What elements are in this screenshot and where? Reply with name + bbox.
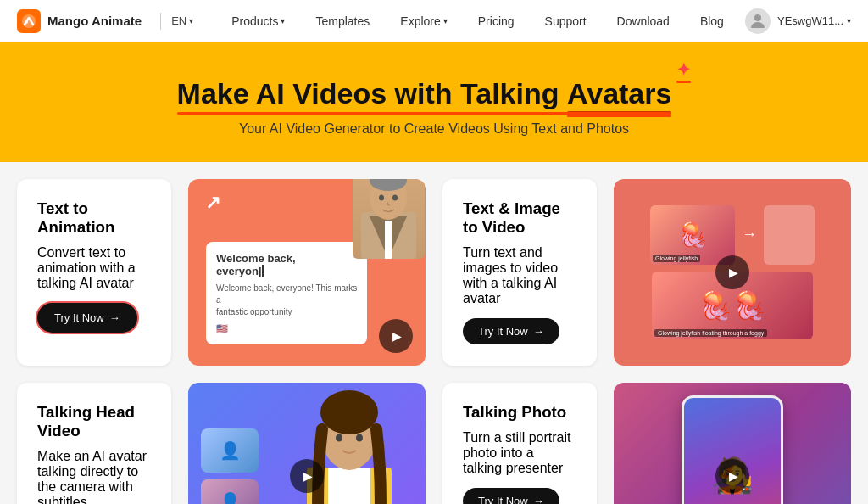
arrow-right-icon: → <box>533 325 544 338</box>
ta-flag: 🇺🇸 <box>216 323 357 334</box>
ta-card: Welcome back,everyon| Welcome back, ever… <box>206 242 367 344</box>
jelly-img-1: 🪼 Glowing jellyfish <box>650 205 735 265</box>
nav-links: Products ▾ Templates Explore ▾ Pricing S… <box>210 14 745 28</box>
card-desc: Convert text to animation with a talking… <box>37 245 151 291</box>
nav-right: YEswgW11... ▾ <box>745 8 851 34</box>
svg-point-6 <box>379 195 384 201</box>
hero-star-icon: ✦ <box>676 59 691 80</box>
arrow-icon: → <box>742 226 757 244</box>
th-thumb-1: 👤 <box>201 428 259 473</box>
lang-label: EN <box>171 14 186 27</box>
ta-content: Welcome back,everyon| Welcome back, ever… <box>206 225 408 344</box>
svg-point-7 <box>392 195 398 201</box>
card-title: Talking Photo <box>463 403 576 422</box>
chevron-down-icon: ▾ <box>443 16 448 25</box>
hero-section: Make AI Videos with Talking Avatars✦ You… <box>0 42 868 162</box>
jelly-placeholder <box>764 205 815 265</box>
try-it-now-button-ta[interactable]: Try It Now → <box>37 303 137 333</box>
username: YEswgW11... <box>777 14 843 27</box>
play-button-tp[interactable] <box>715 459 749 493</box>
play-button-itv[interactable] <box>715 255 749 289</box>
play-button-ta[interactable] <box>379 319 413 353</box>
language-selector[interactable]: EN ▾ <box>171 14 193 27</box>
card-media-itv: 🪼 Glowing jellyfish → 🪼🪼 Glowing jellyfi… <box>614 179 851 366</box>
card-text-to-animation: Text to Animation Convert text to animat… <box>17 179 171 366</box>
arrow-up-icon: ↗ <box>205 192 220 214</box>
jelly-label-1: Glowing jellyfish <box>653 255 700 262</box>
svg-point-1 <box>25 20 28 23</box>
cards-row-2: Talking Head Video Make an AI avatar tal… <box>17 383 851 504</box>
card-title: Text to Animation <box>37 199 151 237</box>
navbar: Mango Animate EN ▾ Products ▾ Templates … <box>0 0 868 42</box>
play-button-th[interactable] <box>290 459 324 493</box>
nav-products[interactable]: Products ▾ <box>216 14 300 28</box>
try-it-now-button-itv[interactable]: Try It Now → <box>463 318 559 344</box>
th-thumb-2: 👤 <box>201 479 259 504</box>
brand-name: Mango Animate <box>47 14 142 28</box>
chevron-down-icon: ▾ <box>281 16 285 25</box>
jelly-label-2: Glowing jellyfish floating through a fog… <box>654 329 767 337</box>
svg-point-0 <box>22 14 36 28</box>
nav-download[interactable]: Download <box>602 14 685 28</box>
card-title: Talking Head Video <box>37 403 151 440</box>
card-desc: Turn text and images to video with a tal… <box>463 245 576 306</box>
nav-pricing[interactable]: Pricing <box>463 14 530 28</box>
svg-point-2 <box>754 14 761 21</box>
svg-rect-9 <box>328 468 370 504</box>
card-text-image-to-video: Text & Image to Video Turn text and imag… <box>442 179 597 366</box>
svg-point-13 <box>356 434 363 441</box>
card-title: Text & Image to Video <box>463 199 576 237</box>
arrow-right-icon: → <box>533 495 544 504</box>
ta-avatar <box>353 179 425 260</box>
avatar <box>745 8 771 34</box>
card-media-tp: 🧑‍🎤 🧑‍🎤 <box>614 383 851 504</box>
card-desc: Turn a still portrait photo into a talki… <box>463 430 576 476</box>
cards-row-1: Text to Animation Convert text to animat… <box>17 179 851 366</box>
svg-point-11 <box>320 390 378 434</box>
svg-point-12 <box>336 434 342 441</box>
th-thumb-img-1: 👤 <box>201 428 259 473</box>
card-media-ta: ↗ Welcome back,everyon| Welcome back, ev… <box>188 179 426 366</box>
headline-text: Make AI Videos with Talking Avatars <box>177 76 672 111</box>
th-thumb-img-2: 👤 <box>201 479 259 504</box>
ta-welcome-text: Welcome back,everyon| <box>216 252 357 277</box>
th-thumbnails: 👤 👤 <box>201 428 259 504</box>
hero-headline: Make AI Videos with Talking Avatars✦ <box>17 76 851 111</box>
nav-support[interactable]: Support <box>530 14 602 28</box>
chevron-down-icon: ▾ <box>847 16 851 25</box>
ta-body-text: Welcome back, everyone! This marks afant… <box>216 283 357 318</box>
card-media-th: 👤 👤 <box>188 383 426 504</box>
chevron-down-icon: ▾ <box>189 16 193 25</box>
cards-section: Text to Animation Convert text to animat… <box>0 162 868 504</box>
hero-subheadline: Your AI Video Generator to Create Videos… <box>17 121 851 137</box>
brand-logo[interactable]: Mango Animate <box>17 9 142 33</box>
th-animation: 👤 👤 <box>188 383 426 504</box>
card-desc: Make an AI avatar talking directly to th… <box>37 449 151 504</box>
user-menu[interactable]: YEswgW11... ▾ <box>777 14 851 27</box>
card-talking-head: Talking Head Video Make an AI avatar tal… <box>17 383 171 504</box>
arrow-right-icon: → <box>109 311 120 324</box>
nav-blog[interactable]: Blog <box>685 14 739 28</box>
ta-animation: ↗ Welcome back,everyon| Welcome back, ev… <box>188 179 426 366</box>
nav-explore[interactable]: Explore ▾ <box>385 14 462 28</box>
logo-icon <box>17 9 41 33</box>
card-talking-photo: Talking Photo Turn a still portrait phot… <box>442 383 597 504</box>
nav-templates[interactable]: Templates <box>300 14 385 28</box>
tp-animation: 🧑‍🎤 🧑‍🎤 <box>614 383 851 504</box>
nav-divider <box>160 13 161 30</box>
try-it-now-button-tp[interactable]: Try It Now → <box>463 488 559 504</box>
itv-animation: 🪼 Glowing jellyfish → 🪼🪼 Glowing jellyfi… <box>614 179 851 366</box>
